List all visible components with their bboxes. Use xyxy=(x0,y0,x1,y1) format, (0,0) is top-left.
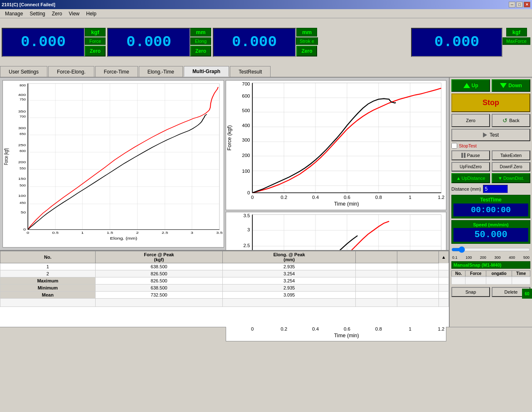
stoptest-checkbox[interactable] xyxy=(451,143,457,149)
svg-text:200: 200 xyxy=(18,160,26,164)
pause-button[interactable]: Pause xyxy=(451,150,490,160)
menu-manage[interactable]: Manage xyxy=(2,10,26,17)
test-time-label: TestTime xyxy=(453,197,528,203)
elong-unit: mm xyxy=(190,28,211,37)
downfzero-button[interactable]: DownF.Zero xyxy=(492,162,530,172)
maxforce-label-group: kgf MaxForce xyxy=(502,28,530,57)
svg-text:700: 700 xyxy=(242,81,250,86)
speed-slider[interactable] xyxy=(451,246,530,253)
upfindzero-button[interactable]: UpFindZero xyxy=(451,162,490,172)
svg-text:650: 650 xyxy=(20,132,26,135)
stoptest-row: StopTest xyxy=(451,143,530,149)
snap-button[interactable]: Snap xyxy=(451,287,490,297)
col-scroll[interactable]: ▲ xyxy=(439,251,449,263)
tab-force-elong[interactable]: Force-Elong. xyxy=(48,66,94,77)
summary-force: 638.500 xyxy=(95,284,223,292)
svg-text:0.2: 0.2 xyxy=(281,195,287,200)
svg-text:900: 900 xyxy=(342,81,350,81)
distance-input[interactable] xyxy=(483,185,508,193)
downdist-button[interactable]: ▼ DownDist. xyxy=(492,173,530,183)
menu-help[interactable]: Help xyxy=(83,10,100,17)
svg-text:100: 100 xyxy=(242,169,250,174)
updown-dist-row: ▲ UpDistance ▼ DownDist. xyxy=(451,173,530,183)
zero-button[interactable]: Zero xyxy=(451,114,490,127)
up-dist-arrow-icon: ▲ xyxy=(456,176,461,181)
col-no: No. xyxy=(0,251,96,263)
tab-elong-time[interactable]: Elong.-Time xyxy=(139,66,183,77)
stop-button[interactable]: Stop xyxy=(451,93,530,112)
minimize-button[interactable]: ─ xyxy=(509,2,515,7)
tab-bar: User Settings Force-Elong. Force-Time El… xyxy=(0,66,532,78)
summary-force: 732.500 xyxy=(95,292,223,299)
up-button[interactable]: Up xyxy=(451,79,490,92)
down-arrow-icon xyxy=(500,83,507,88)
svg-text:300: 300 xyxy=(242,137,250,142)
summary-elong: 3.095 xyxy=(223,292,356,299)
tab-test-result[interactable]: TestResult xyxy=(230,66,271,77)
svg-text:Time (min): Time (min) xyxy=(334,201,359,207)
stoptest-label[interactable]: StopTest xyxy=(459,143,477,148)
maximize-button[interactable]: □ xyxy=(516,2,523,7)
force-zero-button[interactable]: Zero xyxy=(85,46,106,56)
takeexten-button[interactable]: TakeExten xyxy=(492,150,530,160)
svg-text:400: 400 xyxy=(242,123,250,128)
speed-scale: 0.1 100 200 300 400 500 xyxy=(451,255,530,260)
down-button[interactable]: Down xyxy=(492,79,530,92)
down-dist-arrow-icon: ▼ xyxy=(498,176,502,181)
svg-text:2.5: 2.5 xyxy=(244,243,250,248)
snap-delete-row: Snap Delete 60 xyxy=(451,287,530,297)
maxforce-value-screen: 0.000 xyxy=(411,28,502,57)
svg-text:0.2: 0.2 xyxy=(281,326,287,331)
pause-takext-row: Pause TakeExten xyxy=(451,150,530,160)
svg-text:500: 500 xyxy=(20,184,26,187)
results-table-area: No. Force @ Peak(kgf) Elong. @ Peak(mm) … xyxy=(0,250,449,327)
svg-text:0.8: 0.8 xyxy=(375,195,382,200)
elong-value-screen: 0.000 xyxy=(107,28,190,57)
col-extra1 xyxy=(356,251,397,263)
back-button[interactable]: ↺ Back xyxy=(492,114,530,127)
tab-user-settings[interactable]: User Settings xyxy=(0,66,47,77)
test-time-section: TestTime 00:00:00 xyxy=(451,195,530,218)
updistance-button[interactable]: ▲ UpDistance xyxy=(451,173,490,183)
stroke-label-group: mm Strok e Zero xyxy=(296,28,318,57)
close-button[interactable]: ✕ xyxy=(524,2,530,7)
svg-text:0.6: 0.6 xyxy=(344,326,350,331)
snap-col-no: No. xyxy=(452,271,466,277)
stroke-display-group: 0.000 mm Strok e Zero xyxy=(213,28,318,57)
stroke-value-screen: 0.000 xyxy=(213,28,296,57)
elong-zero-button[interactable]: Zero xyxy=(190,46,211,56)
svg-text:300: 300 xyxy=(18,126,26,130)
menu-zero[interactable]: Zero xyxy=(49,10,66,17)
svg-text:3: 3 xyxy=(247,227,250,232)
svg-text:0.8: 0.8 xyxy=(375,326,382,331)
menu-setting[interactable]: Setting xyxy=(26,10,48,17)
svg-text:2.5: 2.5 xyxy=(162,231,168,235)
svg-text:0: 0 xyxy=(27,231,29,235)
tab-multi-graph[interactable]: Multi-Graph xyxy=(184,66,229,77)
snap-col-elong: ongatio xyxy=(486,271,512,277)
pause-icon xyxy=(461,153,466,158)
svg-text:700: 700 xyxy=(20,115,26,118)
summary-label: Minimum xyxy=(0,284,96,292)
up-down-row: Up Down xyxy=(451,79,530,92)
play-icon xyxy=(483,132,487,137)
svg-text:800: 800 xyxy=(20,84,26,87)
svg-text:600: 600 xyxy=(242,93,250,98)
col-extra2 xyxy=(397,251,439,263)
results-table: No. Force @ Peak(kgf) Elong. @ Peak(mm) … xyxy=(0,251,449,307)
svg-text:250: 250 xyxy=(18,143,26,147)
stroke-label: Strok e xyxy=(296,37,318,45)
svg-text:1.2: 1.2 xyxy=(438,195,445,200)
col-elong: Elong. @ Peak(mm) xyxy=(223,251,356,263)
speed-label: Speed (mm/min) xyxy=(453,222,528,227)
tab-force-time[interactable]: Force-Time xyxy=(95,66,138,77)
menu-bar: Manage Setting Zero View Help xyxy=(0,9,532,18)
maxforce-display-group: 0.000 kgf MaxForce xyxy=(411,28,530,57)
snap-col-time: Time xyxy=(512,271,530,277)
menu-view[interactable]: View xyxy=(65,10,83,17)
svg-text:0.6: 0.6 xyxy=(344,195,350,200)
stroke-zero-button[interactable]: Zero xyxy=(296,46,317,56)
charts-and-table-area: 0 0.5 1 1.5 2 2.5 3 3.5 0 50 100 150 200… xyxy=(0,78,449,327)
test-button[interactable]: Test xyxy=(451,129,530,141)
cell-force: 638.500 xyxy=(95,263,223,270)
